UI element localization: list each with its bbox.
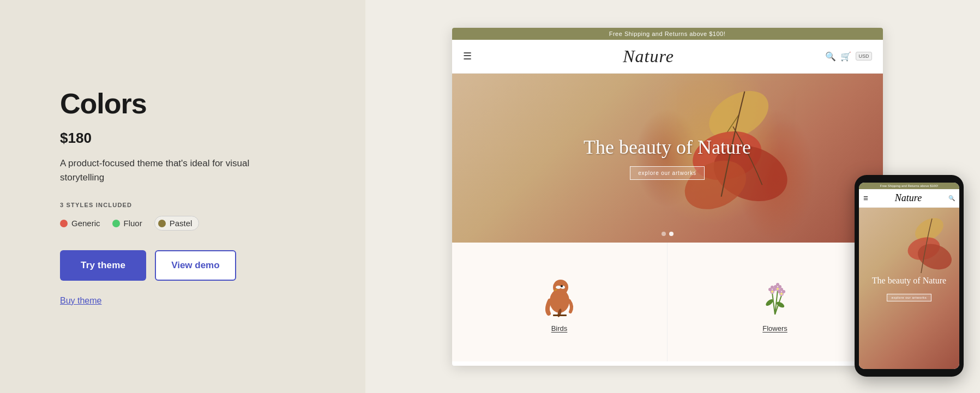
mobile-hero-content: The beauty of Nature explore our artwork… xyxy=(872,275,946,301)
flowers-label: Flowers xyxy=(762,324,787,332)
try-theme-button[interactable]: Try theme xyxy=(60,250,146,281)
theme-description: A product-focused theme that's ideal for… xyxy=(60,156,289,184)
action-buttons: Try theme View demo xyxy=(60,250,305,281)
pastel-color-dot xyxy=(158,220,166,227)
style-pastel[interactable]: Pastel xyxy=(154,216,200,231)
generic-label: Generic xyxy=(71,219,100,228)
svg-rect-11 xyxy=(553,315,567,316)
svg-point-28 xyxy=(780,288,783,291)
svg-point-19 xyxy=(771,291,773,293)
mobile-screen: Free Shipping and Returns above $100! ☰ … xyxy=(859,183,959,369)
currency-badge[interactable]: USD xyxy=(856,52,871,61)
left-panel: Colors $180 A product-focused theme that… xyxy=(0,0,365,393)
header-icons: 🔍 🛒 USD xyxy=(825,51,871,62)
mobile-store-header: ☰ Nature 🔍 xyxy=(859,189,959,208)
product-birds[interactable]: Birds xyxy=(452,243,668,361)
mobile-hero: The beauty of Nature explore our artwork… xyxy=(859,208,959,369)
svg-line-12 xyxy=(772,293,775,315)
mobile-announcement-bar: Free Shipping and Returns above $100! xyxy=(859,183,959,189)
cart-icon[interactable]: 🛒 xyxy=(840,51,851,62)
styles-label: 3 STYLES INCLUDED xyxy=(60,202,305,208)
flower-image xyxy=(750,271,799,320)
mobile-hero-title: The beauty of Nature xyxy=(872,275,946,287)
generic-color-dot xyxy=(60,220,68,227)
svg-point-7 xyxy=(556,286,561,289)
hero-dot-2[interactable] xyxy=(669,232,674,236)
style-options: Generic Fluor Pastel xyxy=(60,216,305,231)
hero-cta-button[interactable]: explore our artworks xyxy=(630,166,705,180)
mobile-search-icon[interactable]: 🔍 xyxy=(948,195,955,201)
mobile-hero-cta[interactable]: explore our artworks xyxy=(887,294,931,301)
svg-point-23 xyxy=(776,283,779,286)
hero-dot-1[interactable] xyxy=(662,232,666,236)
buy-theme-button[interactable]: Buy theme xyxy=(60,296,305,306)
svg-point-29 xyxy=(780,293,783,295)
view-demo-button[interactable]: View demo xyxy=(155,250,236,281)
mobile-hamburger-icon[interactable]: ☰ xyxy=(863,195,868,201)
announcement-bar: Free Shipping and Returns above $100! xyxy=(452,28,883,40)
birds-label: Birds xyxy=(551,324,568,332)
desktop-preview: Free Shipping and Returns above $100! ☰ … xyxy=(452,28,883,366)
fluor-color-dot xyxy=(112,220,120,227)
fluor-label: Fluor xyxy=(124,219,142,228)
theme-price: $180 xyxy=(60,130,305,147)
product-flowers[interactable]: Flowers xyxy=(668,243,883,361)
hero-content: The beauty of Nature explore our artwork… xyxy=(584,136,751,180)
hero-dots xyxy=(662,232,674,236)
product-grid: Birds xyxy=(452,243,883,361)
mobile-device: Free Shipping and Returns above $100! ☰ … xyxy=(855,175,964,377)
mobile-preview-wrapper: Free Shipping and Returns above $100! ☰ … xyxy=(855,175,964,377)
hero-title: The beauty of Nature xyxy=(584,136,751,159)
search-icon[interactable]: 🔍 xyxy=(825,51,836,62)
pastel-label: Pastel xyxy=(170,219,193,228)
svg-point-18 xyxy=(771,286,774,289)
right-panel: Free Shipping and Returns above $100! ☰ … xyxy=(365,0,980,393)
theme-title: Colors xyxy=(60,87,305,120)
style-fluor[interactable]: Fluor xyxy=(112,219,142,228)
hero-section: The beauty of Nature explore our artwork… xyxy=(452,74,883,243)
style-generic[interactable]: Generic xyxy=(60,219,100,228)
store-header: ☰ Nature 🔍 🛒 USD xyxy=(452,40,883,74)
bird-image xyxy=(535,271,584,320)
svg-point-9 xyxy=(561,285,563,287)
svg-point-24 xyxy=(777,288,779,290)
store-logo: Nature xyxy=(623,46,674,66)
mobile-store-logo: Nature xyxy=(895,192,922,204)
hamburger-icon[interactable]: ☰ xyxy=(463,50,472,62)
